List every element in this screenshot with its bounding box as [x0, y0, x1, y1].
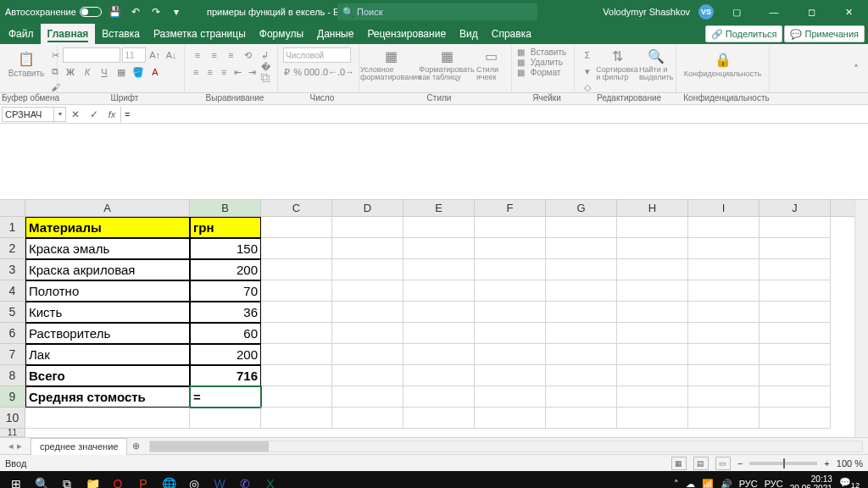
align-middle-icon[interactable]: ≡	[207, 47, 222, 63]
align-center-icon[interactable]: ≡	[204, 64, 217, 80]
font-name-combo[interactable]	[63, 47, 120, 63]
cell-E2[interactable]	[403, 238, 475, 259]
cancel-formula-icon[interactable]: ✕	[66, 106, 85, 123]
cell-G1[interactable]	[546, 217, 617, 238]
cell-G7[interactable]	[546, 344, 617, 365]
page-layout-view-icon[interactable]: ▤	[693, 457, 709, 470]
cell-B10[interactable]	[190, 408, 261, 429]
cell-B9[interactable]: =	[190, 386, 261, 408]
cell-A9[interactable]: Средняя стомость	[25, 386, 190, 408]
cell-J4[interactable]	[760, 280, 831, 302]
cell-H5[interactable]	[617, 302, 688, 323]
tab-home[interactable]: Главная	[41, 24, 96, 44]
cell-A8[interactable]: Всего	[25, 365, 190, 386]
cell-E8[interactable]	[403, 365, 475, 386]
col-header-C[interactable]: C	[261, 200, 332, 216]
cell-H9[interactable]	[617, 386, 688, 408]
share-button[interactable]: 🔗 Поделиться	[705, 25, 783, 42]
orientation-icon[interactable]: ⟲	[240, 47, 255, 63]
taskbar-search-icon[interactable]: 🔍	[29, 471, 54, 488]
cell-E9[interactable]	[403, 386, 475, 408]
minimize-icon[interactable]: —	[760, 0, 788, 24]
zoom-level[interactable]: 100 %	[837, 458, 863, 469]
row-header-3[interactable]: 3	[0, 259, 25, 280]
tab-view[interactable]: Вид	[453, 24, 485, 44]
cell-E7[interactable]	[403, 344, 475, 365]
cell-G8[interactable]	[546, 365, 617, 386]
row-header-10[interactable]: 10	[0, 408, 25, 429]
indent-dec-icon[interactable]: ⇤	[232, 64, 245, 80]
sheet-tab-active[interactable]: среднее значение	[31, 438, 127, 455]
tray-onedrive-icon[interactable]: ☁	[686, 479, 695, 489]
tab-page-layout[interactable]: Разметка страницы	[147, 24, 253, 44]
col-header-I[interactable]: I	[688, 200, 760, 216]
cell-H6[interactable]	[617, 323, 688, 344]
cell-H4[interactable]	[617, 280, 688, 302]
tray-notifications-icon[interactable]: 💬12	[839, 477, 860, 488]
cell-E10[interactable]	[403, 408, 475, 429]
cell-G10[interactable]	[546, 408, 617, 429]
wrap-text-icon[interactable]: ↲	[257, 47, 272, 63]
cell-A6[interactable]: Растворитель	[25, 323, 190, 344]
cell-B4[interactable]: 70	[190, 280, 261, 302]
cell-C9[interactable]	[261, 386, 332, 408]
cell-G2[interactable]	[546, 238, 617, 259]
cell-I2[interactable]	[688, 238, 760, 259]
cell-A7[interactable]: Лак	[25, 344, 190, 365]
normal-view-icon[interactable]: ▦	[671, 457, 687, 470]
tray-clock[interactable]: 20:13 20.06.2021	[790, 474, 832, 488]
currency-icon[interactable]: ₽	[283, 64, 291, 80]
tab-review[interactable]: Рецензирование	[360, 24, 453, 44]
cell-F6[interactable]	[475, 323, 546, 344]
undo-icon[interactable]: ↶	[129, 5, 142, 19]
collapse-ribbon-icon[interactable]: ˄	[848, 46, 865, 92]
redo-icon[interactable]: ↷	[149, 5, 163, 19]
cell-B7[interactable]: 200	[190, 344, 261, 365]
merge-icon[interactable]: �⿻	[260, 64, 273, 80]
conditional-format-button[interactable]: ▦Условное форматирование	[364, 47, 417, 81]
cell-E4[interactable]	[403, 280, 475, 302]
fill-color-icon[interactable]: 🪣	[131, 64, 146, 80]
cell-I1[interactable]	[688, 217, 760, 238]
zoom-out-icon[interactable]: −	[737, 458, 743, 469]
taskbar-app-generic1[interactable]: ◎	[181, 471, 207, 488]
formula-bar-expanded-area[interactable]	[0, 124, 868, 200]
col-header-G[interactable]: G	[546, 200, 617, 216]
comma-icon[interactable]: 000	[304, 64, 320, 80]
border-icon[interactable]: ▦	[114, 64, 129, 80]
cell-styles-button[interactable]: ▭Стили ячеек	[476, 47, 506, 81]
cell-H2[interactable]	[617, 238, 688, 259]
row-header-7[interactable]: 7	[0, 344, 25, 365]
taskbar-app-powerpoint[interactable]: P	[131, 471, 156, 488]
col-header-J[interactable]: J	[760, 200, 831, 216]
inc-decimal-icon[interactable]: .0←	[321, 64, 337, 80]
cell-D4[interactable]	[332, 280, 403, 302]
cell-A10[interactable]	[25, 408, 190, 429]
cell-C1[interactable]	[261, 217, 332, 238]
cell-G3[interactable]	[546, 259, 617, 280]
row-header-4[interactable]: 4	[0, 280, 25, 302]
cell-C4[interactable]	[261, 280, 332, 302]
cell-F9[interactable]	[475, 386, 546, 408]
cell-H3[interactable]	[617, 259, 688, 280]
cell-C7[interactable]	[261, 344, 332, 365]
cell-J9[interactable]	[760, 386, 831, 408]
cell-A5[interactable]: Кисть	[25, 302, 190, 323]
paste-button[interactable]: 📋Вставить	[8, 47, 44, 81]
col-header-A[interactable]: A	[25, 200, 190, 216]
start-button[interactable]: ⊞	[3, 471, 29, 488]
dec-decimal-icon[interactable]: .0→	[338, 64, 353, 80]
align-right-icon[interactable]: ≡	[218, 64, 231, 80]
tray-network-icon[interactable]: 📶	[702, 479, 714, 489]
cell-H8[interactable]	[617, 365, 688, 386]
taskbar-app-excel[interactable]: X	[258, 471, 283, 488]
cell-F10[interactable]	[475, 408, 546, 429]
cell-H1[interactable]	[617, 217, 688, 238]
select-all-corner[interactable]	[0, 200, 25, 216]
cell-E5[interactable]	[403, 302, 475, 323]
cell-C5[interactable]	[261, 302, 332, 323]
cell-I5[interactable]	[688, 302, 760, 323]
underline-icon[interactable]: Ч	[97, 64, 112, 80]
cell-J7[interactable]	[760, 344, 831, 365]
cell-F2[interactable]	[475, 238, 546, 259]
